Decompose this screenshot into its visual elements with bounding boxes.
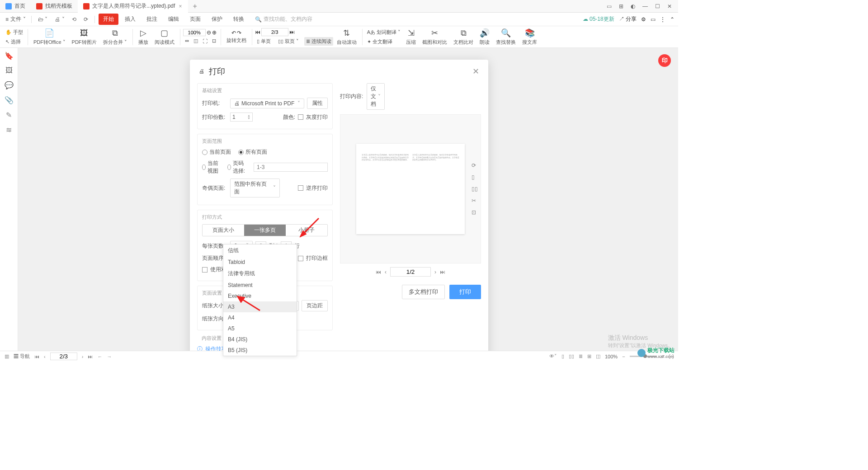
zoom-input[interactable] <box>183 29 206 36</box>
rotate-button[interactable]: ↶↷ 旋转文档 <box>224 29 249 45</box>
redo-icon[interactable]: ⟳ <box>81 15 91 24</box>
dd-item-b4[interactable]: B4 (JIS) <box>223 334 297 345</box>
lastpage-icon[interactable]: ⏭ <box>289 29 295 35</box>
closewin-icon[interactable]: ✕ <box>665 2 675 10</box>
rotright-icon[interactable]: ↷ <box>237 30 241 36</box>
compare-button[interactable]: ⧉文档比对 <box>451 28 476 47</box>
tab-template[interactable]: 找稻壳模板 <box>31 0 78 13</box>
printer-select[interactable]: 🖨 Microsoft Print to PDF˅ <box>230 99 304 108</box>
menu-insert[interactable]: 插入 <box>120 14 140 25</box>
pager-input[interactable] <box>390 267 431 277</box>
handtool-button[interactable]: ✋ 手型 <box>4 28 25 37</box>
play-button[interactable]: ▷播放 <box>136 27 151 47</box>
grid-icon[interactable]: ⊞ <box>616 2 626 10</box>
print-icon[interactable]: ⟲ <box>69 15 79 24</box>
rotleft-icon[interactable]: ↶ <box>231 30 236 36</box>
dd-item-a5[interactable]: A5 <box>223 323 297 334</box>
reverse-checkbox[interactable] <box>298 185 303 191</box>
menu-start[interactable]: 开始 <box>99 14 118 25</box>
sb-view4-icon[interactable]: ⊞ <box>587 353 591 359</box>
multi-print-button[interactable]: 多文档打印 <box>402 285 445 299</box>
wordtrans-button[interactable]: Aあ 划词翻译˅ <box>365 28 402 37</box>
signature-icon[interactable]: ✎ <box>6 111 12 119</box>
menu-protect[interactable]: 保护 <box>207 14 227 25</box>
content-select[interactable]: 仅文档˅ <box>367 83 385 110</box>
dd-item-letter[interactable]: 信纸 <box>223 244 297 257</box>
sb-first-icon[interactable]: ⏮ <box>34 354 39 359</box>
preview-rotate-icon[interactable]: ⟳ <box>472 162 478 169</box>
maximize-icon[interactable]: ☐ <box>652 2 663 10</box>
comment-icon[interactable]: 💬 <box>5 81 14 89</box>
fulltrans-button[interactable]: ✦ 全文翻译 <box>365 38 402 46</box>
pdf2img-button[interactable]: 🖼PDF转图片 <box>69 28 99 47</box>
new-tab-button[interactable]: + <box>188 2 201 10</box>
zoom-control[interactable]: ⊖ ⊕ <box>183 29 218 36</box>
dd-item-legal[interactable]: 法律专用纸 <box>223 268 297 280</box>
dd-item-b5[interactable]: B5 (JIS) <box>223 345 297 356</box>
grayscale-checkbox[interactable] <box>298 114 303 120</box>
pagesel-input[interactable] <box>254 163 328 172</box>
menu-edit[interactable]: 编辑 <box>164 14 184 25</box>
sb-panel-icon[interactable]: ▥ <box>5 353 9 359</box>
reading-button[interactable]: ▢阅读模式 <box>152 27 177 47</box>
findreplace-button[interactable]: 🔍查找替换 <box>493 27 519 47</box>
margins-button[interactable]: 页边距 <box>302 300 328 311</box>
close-icon[interactable]: × <box>178 3 183 9</box>
tab-pagesize[interactable]: 页面大小 <box>203 225 244 236</box>
minimize-icon[interactable]: — <box>640 2 651 10</box>
radio-pagesel[interactable]: 页码选择: <box>227 160 246 175</box>
collapse-icon[interactable]: ⌃ <box>670 16 675 23</box>
oddeven-select[interactable]: 范围中所有页面˅ <box>230 179 280 197</box>
preview-fit-icon[interactable]: ⊡ <box>472 209 478 216</box>
pager-prev-icon[interactable]: ‹ <box>385 269 387 275</box>
cloud-icon[interactable]: ☁ 05-18更新 <box>583 15 614 23</box>
autoscroll-button[interactable]: ⇅自动滚动 <box>334 27 359 47</box>
fitvisible-icon[interactable]: ⊡ <box>210 37 218 45</box>
gear-icon[interactable]: ⚙ <box>641 16 646 23</box>
pager-next-icon[interactable]: › <box>434 269 436 275</box>
sb-page-input[interactable] <box>50 352 77 360</box>
avatar-icon[interactable]: ◐ <box>628 2 638 10</box>
compress-button[interactable]: ⇲压缩 <box>403 27 419 47</box>
sb-nav-button[interactable]: ☰ 导航 <box>14 353 30 360</box>
sb-view2-icon[interactable]: ▯▯ <box>569 353 574 359</box>
zoomin-icon[interactable]: ⊕ <box>212 29 217 36</box>
attachment-icon[interactable]: 📎 <box>5 96 14 104</box>
sb-zoomout-icon[interactable]: − <box>622 354 625 359</box>
sb-eye-icon[interactable]: 👁˅ <box>549 353 557 359</box>
split-button[interactable]: ⧉拆分合并 ˅ <box>100 28 130 47</box>
more-icon[interactable]: ⋮ <box>660 16 665 23</box>
dialog-close-icon[interactable]: ✕ <box>472 66 479 76</box>
dd-item-statement[interactable]: Statement <box>223 280 297 291</box>
props-button[interactable]: 属性 <box>307 98 328 109</box>
zoomout-icon[interactable]: ⊖ <box>207 29 211 36</box>
preview-double-icon[interactable]: ▯▯ <box>472 186 478 192</box>
actual-icon[interactable]: ⛶ <box>201 38 209 45</box>
preview-crop-icon[interactable]: ✂ <box>472 197 478 204</box>
single-page-button[interactable]: ▯ 单页 <box>255 37 273 46</box>
sb-next-icon[interactable]: › <box>82 354 84 359</box>
image-icon[interactable]: 🖼 <box>5 66 13 75</box>
selecttool-button[interactable]: ↖ 选择 <box>4 38 25 46</box>
fitwidth-icon[interactable]: ⇔ <box>183 37 191 45</box>
firstpage-icon[interactable]: ⏮ <box>255 29 260 35</box>
preview-page-icon[interactable]: ▯ <box>472 174 478 180</box>
radio-currentpage[interactable]: 当前页面 <box>202 148 231 156</box>
share-button[interactable]: ↗ 分享 <box>619 15 637 23</box>
save-icon[interactable]: 🖨 ˅ <box>52 15 67 24</box>
bookmark-icon[interactable]: 🔖 <box>5 52 14 60</box>
open-icon[interactable]: 🗁 ˅ <box>35 15 50 24</box>
sb-prev-icon[interactable]: ‹ <box>44 354 46 359</box>
sb-view3-icon[interactable]: ≣ <box>579 353 583 359</box>
pager-last-icon[interactable]: ⏭ <box>440 269 445 275</box>
function-search[interactable]: 🔍 查找功能、文档内容 <box>255 15 312 23</box>
radio-allpages[interactable]: 所有页面 <box>238 148 267 156</box>
sb-back-icon[interactable]: ← <box>97 354 102 359</box>
duplex-checkbox[interactable] <box>202 267 208 273</box>
sb-view1-icon[interactable]: ▯ <box>561 353 564 359</box>
tab-home[interactable]: 首页 <box>0 0 31 13</box>
tab-multi[interactable]: 一张多页 <box>244 225 286 236</box>
print-button[interactable]: 打印 <box>449 285 481 299</box>
menu-page[interactable]: 页面 <box>185 14 205 25</box>
pdf2office-button[interactable]: 📄PDF转Office ˅ <box>31 27 68 47</box>
